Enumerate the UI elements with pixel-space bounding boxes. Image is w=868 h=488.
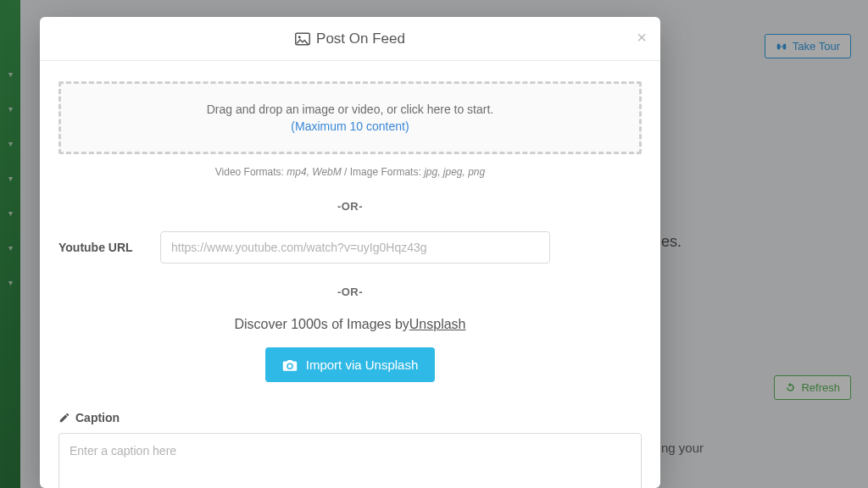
svg-point-1 xyxy=(298,36,301,38)
dropzone-instruction: Drag and drop an image or video, or clic… xyxy=(70,103,631,116)
supported-formats: Video Formats: mp4, WebM / Image Formats… xyxy=(58,166,642,178)
caption-label: Caption xyxy=(58,411,642,424)
modal-title: Post On Feed xyxy=(295,30,405,47)
caption-input[interactable] xyxy=(59,434,641,488)
video-formats-label: Video Formats: xyxy=(215,166,287,178)
video-formats-values: mp4, WebM xyxy=(287,166,341,178)
edit-icon xyxy=(58,412,70,424)
unsplash-link[interactable]: Unsplash xyxy=(409,317,466,331)
modal-header: Post On Feed × xyxy=(40,17,660,61)
modal-title-text: Post On Feed xyxy=(316,30,405,47)
discover-prefix: Discover 1000s of Images by xyxy=(234,317,409,331)
post-on-feed-modal: Post On Feed × Drag and drop an image or… xyxy=(40,17,660,488)
image-formats-values: jpg, jpeg, png xyxy=(424,166,485,178)
media-dropzone[interactable]: Drag and drop an image or video, or clic… xyxy=(58,81,642,154)
or-separator: -OR- xyxy=(58,200,642,213)
unsplash-discover-text: Discover 1000s of Images byUnsplash xyxy=(58,317,642,332)
camera-icon xyxy=(282,358,298,372)
youtube-url-label: Youtube URL xyxy=(58,241,143,254)
close-button[interactable]: × xyxy=(637,29,647,46)
import-button-label: Import via Unsplash xyxy=(306,358,419,372)
formats-separator: / xyxy=(342,166,350,178)
youtube-url-row: Youtube URL xyxy=(58,231,642,263)
modal-body: Drag and drop an image or video, or clic… xyxy=(40,61,660,488)
dropzone-limit: (Maximum 10 content) xyxy=(70,119,631,133)
image-icon xyxy=(295,32,310,46)
image-formats-label: Image Formats: xyxy=(350,166,424,178)
youtube-url-input[interactable] xyxy=(160,231,550,263)
caption-field xyxy=(58,433,642,488)
caption-label-text: Caption xyxy=(75,411,120,424)
import-via-unsplash-button[interactable]: Import via Unsplash xyxy=(265,347,436,382)
or-separator: -OR- xyxy=(58,286,642,298)
